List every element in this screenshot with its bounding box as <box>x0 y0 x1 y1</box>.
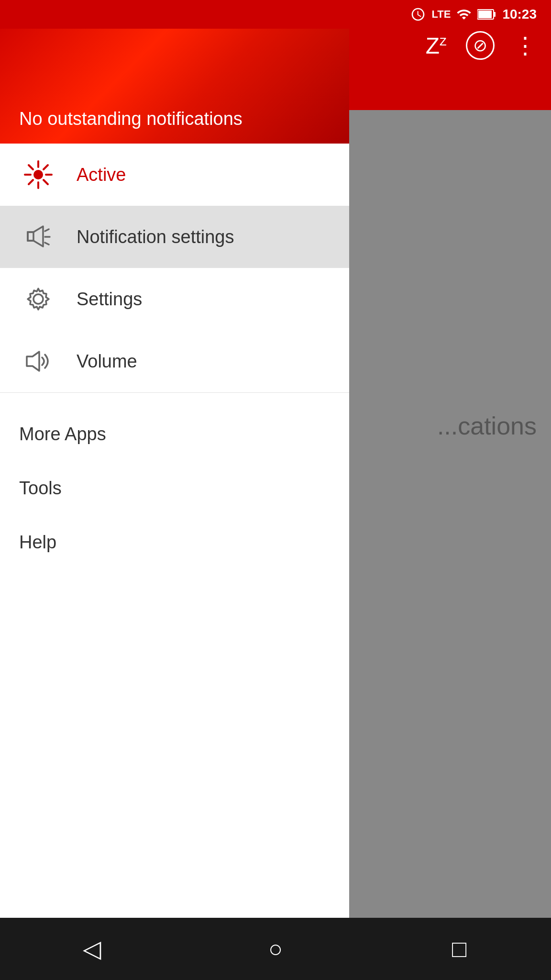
svg-marker-12 <box>28 226 43 246</box>
drawer-menu: Active Notification settings <box>0 144 349 980</box>
section-items: More Apps Tools Help <box>0 393 349 569</box>
megaphone-icon <box>19 218 57 256</box>
status-bar: LTE 10:23 <box>0 0 551 29</box>
volume-label: Volume <box>77 351 137 372</box>
sun-icon <box>19 156 57 194</box>
recents-button[interactable]: □ <box>430 930 488 968</box>
svg-line-8 <box>29 165 33 169</box>
signal-icon <box>456 7 472 22</box>
tools-button[interactable]: Tools <box>19 461 330 515</box>
menu-item-volume[interactable]: Volume <box>0 330 349 392</box>
svg-point-3 <box>33 170 43 179</box>
sleep-icon: Zz <box>426 33 447 59</box>
right-panel-icons: Zz ⊘ ⋮ <box>426 31 537 60</box>
alarm-icon <box>410 7 426 22</box>
battery-icon <box>477 8 496 21</box>
back-button[interactable]: ◁ <box>63 930 121 968</box>
drawer: No outstanding notifications Acti <box>0 0 349 980</box>
menu-item-notification-settings[interactable]: Notification settings <box>0 206 349 268</box>
active-label: Active <box>77 165 126 185</box>
home-button[interactable]: ○ <box>247 930 304 968</box>
svg-line-16 <box>45 243 49 245</box>
svg-line-10 <box>44 165 48 169</box>
volume-icon <box>19 342 57 380</box>
svg-rect-2 <box>494 12 496 17</box>
menu-item-settings[interactable]: Settings <box>0 268 349 330</box>
svg-rect-13 <box>28 232 33 241</box>
svg-marker-18 <box>27 352 39 371</box>
svg-point-17 <box>33 294 43 304</box>
settings-label: Settings <box>77 289 142 310</box>
menu-item-active[interactable]: Active <box>0 144 349 206</box>
svg-line-14 <box>45 229 49 231</box>
svg-rect-1 <box>478 11 492 18</box>
svg-line-11 <box>29 180 33 184</box>
status-icons: LTE 10:23 <box>410 7 537 22</box>
lte-indicator: LTE <box>431 8 451 21</box>
more-options-icon: ⋮ <box>514 32 537 59</box>
settings-gear-icon <box>19 280 57 318</box>
svg-line-9 <box>44 180 48 184</box>
help-button[interactable]: Help <box>19 515 330 569</box>
notification-settings-label: Notification settings <box>77 227 234 247</box>
more-apps-button[interactable]: More Apps <box>19 407 330 461</box>
bottom-nav: ◁ ○ □ <box>0 918 551 980</box>
block-icon: ⊘ <box>466 31 495 60</box>
partial-text: ...cations <box>437 412 537 440</box>
status-time: 10:23 <box>502 7 537 22</box>
drawer-header-text: No outstanding notifications <box>19 109 242 129</box>
